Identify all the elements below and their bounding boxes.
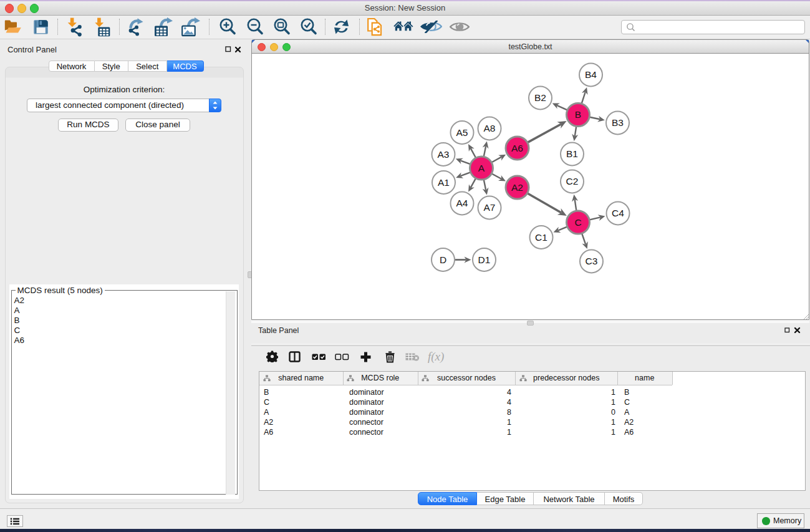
svg-text:A7: A7 [484,202,496,213]
svg-text:A4: A4 [456,198,468,208]
svg-text:C1: C1 [535,232,547,243]
svg-text:C2: C2 [566,176,579,186]
svg-text:C3: C3 [586,256,598,266]
svg-text:B: B [575,109,581,120]
svg-text:B1: B1 [566,148,578,159]
svg-text:A3: A3 [438,149,450,160]
svg-text:C: C [574,217,581,228]
svg-text:A2: A2 [511,182,523,193]
svg-text:B3: B3 [612,117,624,128]
svg-text:A8: A8 [484,123,496,133]
svg-text:D: D [440,254,446,265]
svg-text:C4: C4 [612,208,624,218]
svg-text:A1: A1 [438,177,450,188]
svg-text:A: A [478,163,485,173]
svg-text:A6: A6 [511,143,523,153]
svg-text:A5: A5 [456,127,468,138]
svg-text:B2: B2 [534,92,546,103]
svg-text:B4: B4 [585,69,597,80]
svg-text:D1: D1 [478,254,491,265]
